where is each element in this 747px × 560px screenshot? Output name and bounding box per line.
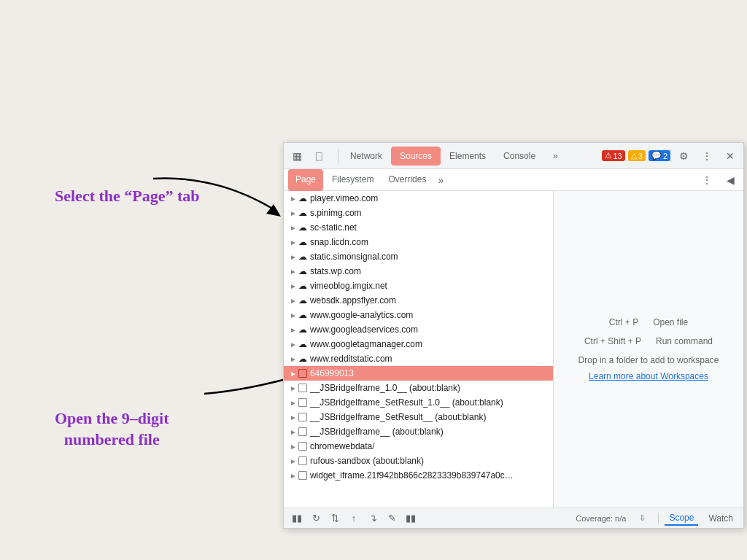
tree-arrow: ► xyxy=(290,326,297,334)
tab-more[interactable]: » xyxy=(544,147,567,166)
tree-item-jsbridge-setresult-1[interactable]: ► __JSBridgeIframe_SetResult_1.0__ (abou… xyxy=(284,395,553,410)
devtools-toolbar: ▦ ⎕ Network Sources Elements Console » ⚠… xyxy=(284,143,743,169)
cloud-icon: ☁ xyxy=(298,252,307,262)
subtab-page[interactable]: Page xyxy=(288,169,323,191)
file-icon xyxy=(298,384,307,392)
tree-arrow: ► xyxy=(290,399,297,407)
cloud-icon: ☁ xyxy=(298,354,307,364)
bottom-right: Coverage: n/a ⇩ Scope Watch xyxy=(576,508,738,529)
tree-arrow: ► xyxy=(290,443,297,451)
tree-arrow: ► xyxy=(290,428,297,436)
tab-elements[interactable]: Elements xyxy=(441,147,495,166)
step-icon[interactable]: ↴ xyxy=(365,511,380,526)
cloud-icon: ☁ xyxy=(298,310,307,320)
tree-item-label: websdk.appsflyer.com xyxy=(310,295,396,306)
subtabs-more[interactable]: » xyxy=(433,174,448,186)
tree-item-player-vimeo[interactable]: ► ☁ player.vimeo.com xyxy=(284,191,553,206)
tree-arrow: ► xyxy=(290,195,297,203)
subtab-overrides[interactable]: Overrides xyxy=(381,169,433,191)
settings-btn[interactable]: ⚙ xyxy=(673,146,694,166)
tree-item-label: stats.wp.com xyxy=(310,266,361,276)
devtools-panel: ▦ ⎕ Network Sources Elements Console » ⚠… xyxy=(283,142,744,529)
workspace-text: Drop in a folder to add to workspace xyxy=(578,355,719,365)
tree-arrow: ► xyxy=(290,355,297,363)
toolbar-tabs: Network Sources Elements Console » xyxy=(341,147,602,166)
shortcut1-desc: Open file xyxy=(653,317,688,327)
right-panel: Ctrl + P Open file Ctrl + Shift + P Run … xyxy=(554,191,743,508)
devtools-main: ► ☁ player.vimeo.com ► ☁ s.pinimg.com ► … xyxy=(284,191,743,508)
file-tree-panel: ► ☁ player.vimeo.com ► ☁ s.pinimg.com ► … xyxy=(284,191,554,508)
tab-network[interactable]: Network xyxy=(341,147,391,166)
shortcut2-key: Ctrl + Shift + P xyxy=(584,336,641,346)
tree-item-label: chromewebdata/ xyxy=(310,441,375,451)
tree-item-googletagmanager[interactable]: ► ☁ www.googletagmanager.com xyxy=(284,337,553,351)
shortcut-row-2: Ctrl + Shift + P Run command xyxy=(568,336,729,346)
tree-item-google-analytics[interactable]: ► ☁ www.google-analytics.com xyxy=(284,308,553,322)
tree-item-vimeoblog[interactable]: ► ☁ vimeoblog.imgix.net xyxy=(284,279,553,293)
workspace-link[interactable]: Learn more about Workspaces xyxy=(589,371,708,381)
step-out-icon[interactable]: ↑ xyxy=(347,511,361,526)
cloud-icon: ☁ xyxy=(298,266,307,276)
watch-tab[interactable]: Watch xyxy=(704,512,738,525)
tree-item-snap-licdn[interactable]: ► ☁ snap.licdn.com xyxy=(284,235,553,249)
tree-arrow: ► xyxy=(290,253,297,261)
tree-item-googleadservices[interactable]: ► ☁ www.googleadservices.com xyxy=(284,322,553,337)
pause-exceptions-icon[interactable]: ▮▮ xyxy=(403,511,418,526)
tree-arrow: ► xyxy=(290,209,297,217)
tree-item-stats-wp[interactable]: ► ☁ stats.wp.com xyxy=(284,264,553,279)
cloud-icon: ☁ xyxy=(298,208,307,218)
toolbar-left-icons: ▦ ⎕ xyxy=(287,146,329,166)
tree-arrow: ► xyxy=(290,297,297,305)
tree-item-simonsignal[interactable]: ► ☁ static.simonsignal.com xyxy=(284,249,553,264)
more-btn[interactable]: ⋮ xyxy=(697,146,717,166)
subtabs-action-btn[interactable]: ⋮ xyxy=(697,170,717,190)
tab-sources[interactable]: Sources xyxy=(391,147,441,166)
tree-item-label: www.googletagmanager.com xyxy=(310,339,422,349)
file-icon xyxy=(298,369,307,378)
pause-icon[interactable]: ▮▮ xyxy=(290,511,304,526)
cloud-icon: ☁ xyxy=(298,237,307,247)
tree-item-646999013[interactable]: ► 646999013 xyxy=(284,366,553,381)
deactivate-icon[interactable]: ✎ xyxy=(384,511,399,526)
error-badge: ⚠ 13 xyxy=(602,150,625,161)
error-count: 13 xyxy=(614,152,622,160)
tree-item-pinimg[interactable]: ► ☁ s.pinimg.com xyxy=(284,206,553,220)
tree-arrow: ► xyxy=(290,384,297,392)
cloud-icon: ☁ xyxy=(298,193,307,203)
close-btn[interactable]: ✕ xyxy=(720,146,740,166)
file-icon xyxy=(298,413,307,421)
cursor-icon-btn[interactable]: ▦ xyxy=(287,146,307,166)
tree-item-rufous[interactable]: ► rufous-sandbox (about:blank) xyxy=(284,454,553,468)
file-tree-scroll[interactable]: ► ☁ player.vimeo.com ► ☁ s.pinimg.com ► … xyxy=(284,191,553,508)
warn-count: 3 xyxy=(638,152,643,160)
tree-item-redditstatic[interactable]: ► ☁ www.redditstatic.com xyxy=(284,351,553,366)
devtools-subtabs: Page Filesystem Overrides » ⋮ ◀ xyxy=(284,169,743,191)
bottom-left: ▮▮ ↻ ⇅ ↑ ↴ ✎ ▮▮ xyxy=(290,511,418,526)
coverage-export-btn[interactable]: ⇩ xyxy=(632,508,652,529)
device-icon-btn[interactable]: ⎕ xyxy=(309,146,329,166)
tree-arrow: ► xyxy=(290,268,297,276)
cloud-icon: ☁ xyxy=(298,222,307,233)
tree-item-label: rufous-sandbox (about:blank) xyxy=(310,456,424,466)
tree-item-appsflyer[interactable]: ► ☁ websdk.appsflyer.com xyxy=(284,293,553,308)
tree-item-jsbridge[interactable]: ► __JSBridgeIframe__ (about:blank) xyxy=(284,424,553,439)
tree-item-jsbridge-1[interactable]: ► __JSBridgeIframe_1.0__ (about:blank) xyxy=(284,381,553,395)
tree-item-label: __JSBridgeIframe_1.0__ (about:blank) xyxy=(310,383,460,393)
devtools-bottom: ▮▮ ↻ ⇅ ↑ ↴ ✎ ▮▮ Coverage: n/a ⇩ Scope Wa… xyxy=(284,508,743,528)
subtabs-right: ⋮ ◀ xyxy=(697,170,740,190)
info-icon: 💬 xyxy=(651,151,662,160)
subtabs-panel-btn[interactable]: ◀ xyxy=(720,170,740,190)
annotation-open-file: Open the 9–digit numbered file xyxy=(55,408,169,450)
tree-item-sc-static[interactable]: ► ☁ sc-static.net xyxy=(284,220,553,235)
arrow-page-annotation xyxy=(146,171,292,230)
tree-item-label: __JSBridgeIframe__ (about:blank) xyxy=(310,427,444,437)
step-into-icon[interactable]: ⇅ xyxy=(328,511,342,526)
tree-item-jsbridge-setresult[interactable]: ► __JSBridgeIframe_SetResult__ (about:bl… xyxy=(284,410,553,424)
scope-tab[interactable]: Scope xyxy=(665,511,698,526)
tree-item-chromewebdata[interactable]: ► chromewebdata/ xyxy=(284,439,553,454)
shortcut1-key: Ctrl + P xyxy=(609,317,638,327)
tab-console[interactable]: Console xyxy=(495,147,544,166)
subtab-filesystem[interactable]: Filesystem xyxy=(325,169,381,191)
tree-item-widget[interactable]: ► widget_iframe.21f942bb866c2823339b8397… xyxy=(284,468,553,483)
step-over-icon[interactable]: ↻ xyxy=(309,511,323,526)
